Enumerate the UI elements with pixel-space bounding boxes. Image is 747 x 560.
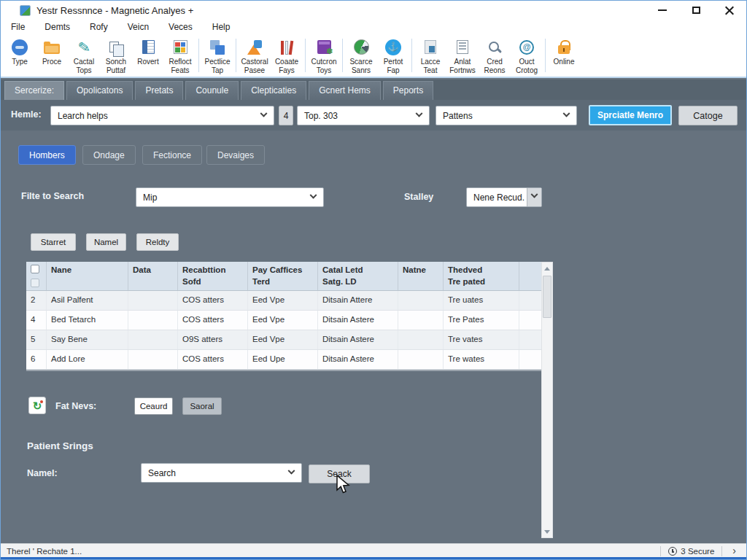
toolbar-refloct-feats[interactable]: RefloctFeats — [164, 37, 196, 74]
title-bar: Yestr Ressnnce - Magnetic Analyes + — [1, 1, 746, 20]
toolbar-separator — [198, 39, 199, 72]
catoge-button[interactable]: Catoge — [678, 106, 738, 125]
subtab-ondage[interactable]: Ondage — [82, 145, 136, 165]
ceaurd-button[interactable]: Ceaurd — [134, 397, 173, 415]
subtab-fectionce[interactable]: Fectionce — [142, 145, 202, 165]
count-button[interactable]: 4 — [279, 106, 293, 125]
menu-demts[interactable]: Demts — [44, 22, 70, 32]
table-header: Nane Data RecabttionSofd Pay CafficesTer… — [26, 262, 541, 291]
toolbar-anlat-fortnws[interactable]: AnlatFortnws — [446, 37, 479, 74]
toolbar-sonch-puttaf[interactable]: SonchPuttaf — [100, 37, 132, 74]
tab-opolicatons[interactable]: Opolicatons — [66, 81, 133, 100]
toolbar-proce[interactable]: Proce — [36, 37, 68, 66]
at-circle-icon: @ — [519, 40, 534, 55]
subtab-devaiges[interactable]: Devaiges — [206, 145, 265, 165]
table-row[interactable]: 4 Bed Tetarch COS atters Eed Vpe Ditsain… — [26, 311, 541, 330]
color-grid-icon — [174, 40, 187, 54]
close-button[interactable] — [713, 1, 746, 20]
menu-veicn[interactable]: Veicn — [128, 22, 149, 32]
menu-help[interactable]: Help — [212, 22, 231, 32]
toolbar-separator — [236, 39, 236, 72]
tab-peports[interactable]: Peports — [383, 81, 433, 100]
tab-strip: Sercerize: Opolicatons Pretats Counule C… — [1, 79, 746, 100]
column-filler — [519, 262, 541, 290]
toolbar-online[interactable]: Online — [548, 37, 580, 66]
nene-recud-combo[interactable]: Nene Recud. — [466, 187, 542, 207]
status-bar: Therel ' Rechate 1... 3 Secure › — [1, 543, 746, 559]
scroll-down-button[interactable] — [542, 526, 552, 537]
tab-sercerize[interactable]: Sercerize: — [4, 81, 64, 100]
menu-rofy[interactable]: Rofy — [90, 22, 108, 32]
tab-pretats[interactable]: Pretats — [135, 81, 183, 100]
column-data[interactable]: Data — [128, 262, 178, 290]
mouse-cursor — [335, 475, 351, 495]
toolbar-coaate-fays[interactable]: CoaateFays — [271, 37, 303, 74]
patient-srings-heading: Patient Srings — [27, 440, 93, 451]
maximize-icon — [692, 7, 700, 14]
chevron-down-icon — [563, 110, 570, 117]
toolbar-cred-reons[interactable]: CredReons — [479, 37, 511, 74]
pencil-icon: ✎ — [77, 39, 90, 55]
toolbar-scarce-sanrs[interactable]: ScarceSanrs — [345, 37, 377, 74]
toolbar-pertot-fap[interactable]: ⚓ PertotFap — [377, 37, 409, 74]
anchor-icon: ⚓ — [385, 39, 401, 55]
starret-button[interactable]: Starret — [31, 233, 76, 251]
select-all-checkbox[interactable] — [31, 265, 39, 273]
status-right: 3 Secure › — [653, 544, 746, 559]
menu-veces[interactable]: Veces — [169, 22, 193, 32]
chevron-down-icon — [260, 110, 268, 117]
toolbar-cactal-tops[interactable]: ✎ CactalTops — [68, 37, 100, 74]
menu-file[interactable]: File — [11, 22, 25, 32]
subtab-hombers[interactable]: Hombers — [18, 145, 76, 165]
column-recabttion[interactable]: RecabttionSofd — [178, 262, 248, 290]
table-row[interactable]: 6 Add Lore COS atters Eed Upe Ditsain As… — [26, 350, 541, 370]
type-icon — [12, 39, 28, 55]
chevron-down-icon — [310, 192, 317, 199]
pattens-combo[interactable]: Pattens — [436, 106, 577, 125]
scroll-up-button[interactable] — [542, 262, 552, 274]
table-row[interactable]: 2 Asil Palfent COS atters Eed Vpe Ditsai… — [26, 291, 541, 311]
learch-helps-combo[interactable]: Learch helps — [50, 106, 274, 125]
patient-search-combo[interactable]: Search — [141, 463, 302, 483]
recycle-icon: ↻ — [33, 400, 42, 411]
maximize-button[interactable] — [679, 1, 713, 20]
toolbar-rovert[interactable]: Rovert — [132, 37, 164, 66]
column-thedved[interactable]: ThedvedTre pated — [444, 262, 519, 290]
tab-gcnert-hems[interactable]: Gcnert Hems — [309, 81, 381, 100]
tab-counule[interactable]: Counule — [185, 81, 239, 100]
column-nane[interactable]: Nane — [47, 262, 128, 290]
saoral-button[interactable]: Saoral — [182, 397, 222, 415]
toolbar-type[interactable]: Type — [4, 37, 36, 66]
namel-label: Namel: — [27, 468, 58, 478]
top-combo[interactable]: Top. 303 — [297, 106, 430, 125]
sprciatle-menro-button[interactable]: Sprciatle Menro — [589, 105, 672, 125]
scrollbar-thumb[interactable] — [543, 276, 551, 318]
fat-nevs-label: Fat Nevs: — [55, 401, 96, 411]
column-natne[interactable]: Natne — [398, 262, 444, 290]
reldty-button[interactable]: Reldty — [136, 233, 179, 251]
namel-button[interactable]: Namel — [86, 233, 126, 251]
toolbar-cutcron-toys[interactable]: ✽ CutcronToys — [308, 37, 340, 74]
mip-combo[interactable]: Mip — [136, 187, 324, 207]
refresh-button[interactable]: ↻ — [28, 397, 46, 414]
expand-chevron[interactable]: › — [729, 545, 746, 558]
toolbar-castoral-pasee[interactable]: CastoralPasee — [239, 37, 271, 74]
toolbar-pectlice-tap[interactable]: PectliceTap — [201, 37, 233, 74]
secondary-checkbox[interactable] — [31, 279, 39, 287]
tab-clepticaties[interactable]: Clepticaties — [241, 81, 306, 100]
squares-icon — [210, 40, 225, 55]
toolbar-lacce-teat[interactable]: LacceTeat — [414, 37, 446, 74]
toolbar-separator — [342, 39, 343, 72]
document-icon — [425, 40, 436, 54]
table-row[interactable]: 5 Say Bene O9S atters Eed Vpe Ditsain As… — [26, 330, 541, 350]
secure-label: 3 Secure — [681, 547, 714, 556]
clock-icon — [668, 547, 677, 556]
select-all-column — [26, 262, 47, 290]
toolbar-ouct-crotog[interactable]: @ OuctCrotog — [511, 37, 543, 74]
column-catal-letd[interactable]: Catal LetdSatg. LD — [318, 262, 398, 290]
column-pay-caffices[interactable]: Pay CafficesTerd — [248, 262, 318, 290]
sprout-icon: ✽ — [326, 47, 333, 56]
vertical-scrollbar[interactable] — [541, 262, 553, 538]
minimize-button[interactable] — [646, 1, 679, 20]
combo-arrow-button[interactable] — [527, 188, 541, 206]
